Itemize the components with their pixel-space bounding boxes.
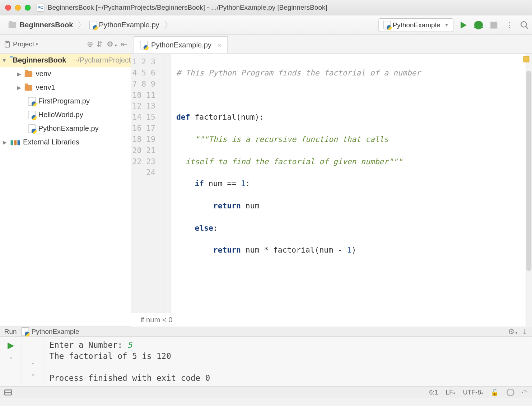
python-file-icon bbox=[89, 21, 97, 29]
run-output[interactable]: Enter a Number: 5 The factorial of 5 is … bbox=[44, 337, 532, 386]
code-text: 1 bbox=[241, 179, 246, 188]
memory-indicator[interactable]: ◠ bbox=[522, 388, 527, 396]
output-text: Enter a Number: bbox=[50, 340, 127, 349]
tree-file-row[interactable]: PythonExample.py bbox=[0, 122, 131, 135]
window-controls bbox=[5, 4, 31, 10]
line-number-gutter[interactable]: 1 2 3 4 5 6 7 8 9 10 11 12 13 14 15 16 1… bbox=[131, 54, 164, 313]
expand-icon[interactable]: ▼ bbox=[2, 57, 7, 64]
code-area[interactable]: # This Python Program finds the factoria… bbox=[171, 54, 532, 313]
scroll-up-button[interactable]: ↑ bbox=[32, 360, 34, 367]
chevron-down-icon: ▼ bbox=[114, 44, 117, 48]
run-action-gutter-2: ↑ » bbox=[22, 337, 45, 386]
code-text: # We will find the factorial of this num… bbox=[176, 312, 375, 313]
minimize-window-button[interactable] bbox=[15, 4, 21, 10]
close-window-button[interactable] bbox=[5, 4, 11, 10]
window-title: BeginnersBook [~/PycharmProjects/Beginne… bbox=[48, 4, 327, 11]
tree-item-label: venv bbox=[36, 70, 51, 79]
tree-item-label: venv1 bbox=[36, 83, 55, 92]
run-config-label: PythonExample bbox=[393, 21, 440, 29]
fold-gutter[interactable] bbox=[164, 54, 171, 313]
tree-item-label: HelloWorld.py bbox=[38, 111, 83, 119]
run-tool-title: Run bbox=[4, 328, 17, 335]
python-file-icon bbox=[21, 327, 29, 336]
libraries-icon: ▮▮▮ bbox=[10, 138, 20, 146]
expand-icon[interactable]: ▶ bbox=[16, 71, 22, 77]
file-encoding[interactable]: UTF-8♦ bbox=[463, 389, 483, 396]
project-tree[interactable]: ▼ BeginnersBook ~/PycharmProjects/Beginn… bbox=[0, 54, 131, 326]
tree-dir-row[interactable]: ▶ venv bbox=[0, 67, 131, 81]
code-text: 1 bbox=[347, 245, 352, 254]
status-bar: 6:1 LF♦ UTF-8♦ 🔓 ·· ◠ bbox=[0, 386, 532, 398]
hector-icon[interactable]: ·· bbox=[507, 388, 514, 396]
output-text: The factorial of 5 is 120 bbox=[50, 351, 171, 360]
collapse-all-button[interactable]: ⇵ bbox=[97, 40, 103, 49]
breadcrumb-sep-icon: 〉 bbox=[164, 19, 173, 32]
tree-file-row[interactable]: HelloWorld.py bbox=[0, 108, 131, 122]
cursor-position[interactable]: 6:1 bbox=[429, 389, 438, 396]
code-text: num * factorial(num - bbox=[241, 245, 347, 254]
run-button[interactable] bbox=[458, 20, 468, 29]
tree-root-row[interactable]: ▼ BeginnersBook ~/PycharmProjects/Beginn… bbox=[0, 54, 131, 67]
tree-root-label: BeginnersBook bbox=[13, 56, 66, 65]
search-everywhere-button[interactable] bbox=[520, 20, 529, 29]
main-split: ▼ BeginnersBook ~/PycharmProjects/Beginn… bbox=[0, 54, 532, 326]
output-input-text: 5 bbox=[127, 340, 132, 349]
tree-file-row[interactable]: FirstProgram.py bbox=[0, 94, 131, 108]
code-text: # This Python Program finds the factoria… bbox=[176, 68, 421, 77]
breadcrumb-file[interactable]: PythonExample.py bbox=[88, 21, 161, 29]
code-text: return bbox=[213, 201, 241, 210]
code-editor[interactable]: 1 2 3 4 5 6 7 8 9 10 11 12 13 14 15 16 1… bbox=[131, 54, 532, 326]
window-titlebar: PC BeginnersBook [~/PycharmProjects/Begi… bbox=[0, 0, 532, 15]
settings-button[interactable]: ⚙▼ bbox=[107, 40, 118, 49]
line-separator[interactable]: LF♦ bbox=[445, 389, 455, 396]
expand-button[interactable]: » bbox=[9, 355, 13, 361]
breadcrumb-root[interactable]: BeginnersBook bbox=[7, 21, 75, 29]
code-text: : bbox=[213, 223, 218, 232]
code-text: else bbox=[195, 223, 213, 232]
breadcrumb-file-label: PythonExample.py bbox=[99, 21, 159, 29]
bug-icon bbox=[474, 21, 483, 29]
breadcrumb-root-label: BeginnersBook bbox=[20, 21, 73, 29]
code-text: def bbox=[176, 112, 190, 121]
run-settings-button[interactable]: ⚙▼ bbox=[508, 327, 518, 336]
code-text: itself to find the factorial of given nu… bbox=[176, 157, 402, 166]
hide-button[interactable]: ⇤ bbox=[121, 40, 127, 49]
editor-tab-label: PythonExample.py bbox=[151, 41, 211, 49]
python-file-icon bbox=[140, 41, 148, 49]
python-file-icon bbox=[28, 124, 36, 133]
readonly-toggle[interactable]: 🔓 bbox=[491, 388, 499, 396]
code-text: num == bbox=[204, 179, 241, 188]
python-file-icon bbox=[383, 21, 391, 29]
run-tool-header: Run PythonExample ⚙▼ ⤓ bbox=[0, 327, 532, 337]
editor-tab[interactable]: PythonExample.py × bbox=[134, 36, 228, 53]
project-view-label: Project bbox=[13, 40, 34, 48]
scroll-from-source-button[interactable]: ⊕ bbox=[87, 40, 93, 49]
expand-icon[interactable]: ▶ bbox=[16, 85, 22, 91]
svg-line-2 bbox=[526, 26, 528, 29]
editor-tabs: PythonExample.py × bbox=[131, 35, 532, 53]
run-config-selector[interactable]: PythonExample ▼ bbox=[378, 18, 453, 32]
run-tool-window: Run PythonExample ⚙▼ ⤓ ▶ » ↑ » Enter a N… bbox=[0, 326, 532, 386]
python-file-icon bbox=[28, 97, 36, 106]
debug-button[interactable] bbox=[474, 20, 483, 29]
code-text: : bbox=[246, 179, 250, 188]
folder-icon bbox=[25, 71, 32, 77]
zoom-window-button[interactable] bbox=[25, 4, 31, 10]
tool-windows-button[interactable] bbox=[4, 389, 12, 395]
close-tab-button[interactable]: × bbox=[218, 41, 221, 49]
run-tool-config: PythonExample bbox=[32, 328, 79, 335]
tree-libs-row[interactable]: ▶ ▮▮▮ External Libraries bbox=[0, 135, 131, 149]
download-button[interactable]: ⤓ bbox=[522, 327, 527, 336]
more-actions-button[interactable]: ⋮ bbox=[504, 20, 514, 29]
expand-icon[interactable]: ▶ bbox=[2, 139, 8, 146]
stop-button[interactable] bbox=[489, 20, 499, 29]
tree-dir-row[interactable]: ▶ venv1 bbox=[0, 81, 131, 94]
folder-icon bbox=[9, 22, 16, 28]
svg-marker-0 bbox=[461, 22, 467, 28]
rerun-button[interactable]: ▶ bbox=[8, 340, 14, 350]
project-view-selector[interactable]: Project▼ bbox=[3, 40, 39, 48]
navigation-bar: BeginnersBook 〉 PythonExample.py 〉 Pytho… bbox=[0, 15, 532, 35]
editor-context-breadcrumb[interactable]: if num < 0 bbox=[131, 313, 532, 327]
python-file-icon bbox=[28, 111, 36, 119]
expand-button[interactable]: » bbox=[32, 371, 35, 378]
